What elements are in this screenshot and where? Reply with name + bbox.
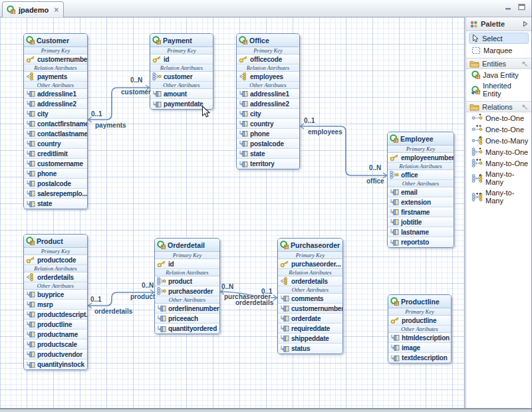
conn-label-customer[interactable]: customer (121, 88, 151, 96)
palette-item-java-entity[interactable]: Java Entity (466, 69, 531, 80)
attr-customer[interactable]: customer (150, 72, 213, 82)
attr-firstname[interactable]: firstname (388, 207, 454, 217)
attr-officecode[interactable]: officecode (237, 54, 299, 64)
attr-productdescript[interactable]: productdescript... (24, 310, 87, 320)
attr-country[interactable]: country (237, 119, 299, 129)
attr-orderdetails[interactable]: orderdetails (278, 276, 342, 286)
conn-label-0-n[interactable]: 0..N (369, 164, 381, 171)
entity-header[interactable]: Purchaseorder (278, 239, 342, 252)
tab-close-icon[interactable]: × (54, 6, 59, 14)
attr-reportsto[interactable]: reportsto (388, 237, 454, 247)
entity-office[interactable]: Office Primary KeyofficecodeRelation Att… (236, 33, 300, 169)
palette-item-one-to-one[interactable]: One-to-One (466, 124, 531, 135)
attr-customernumber[interactable]: customernumber (24, 54, 87, 64)
minimize-view-icon[interactable] (504, 3, 513, 11)
conn-label-office[interactable]: office (366, 177, 384, 185)
attr-lastname[interactable]: lastname (388, 227, 454, 237)
conn-label-orderdetails[interactable]: orderdetails (235, 299, 273, 306)
attr-city[interactable]: city (24, 109, 87, 119)
attr-shippeddate[interactable]: shippeddate (278, 334, 342, 344)
entity-purchaseorder[interactable]: Purchaseorder Primary Keypurchaseorder..… (277, 238, 343, 354)
attr-buyprice[interactable]: buyprice (24, 290, 87, 300)
attr-productvendor[interactable]: productvendor (24, 350, 87, 360)
conn-label-0-1[interactable]: 0..1 (91, 110, 102, 118)
attr-msrp[interactable]: msrp (24, 300, 87, 310)
pin-drawer-icon[interactable] (521, 104, 528, 110)
conn-label-0-n[interactable]: 0..N (142, 282, 154, 289)
conn-label-0-n[interactable]: 0..N (130, 76, 142, 84)
entity-productline[interactable]: Productline Primary KeyproductlineOther … (388, 294, 452, 363)
entity-product[interactable]: Product Primary KeyproductcodeRelation A… (23, 234, 88, 370)
palette-drawer-entities[interactable]: Entities (466, 58, 531, 69)
entity-header[interactable]: Office (237, 34, 299, 47)
attr-purchaseorder[interactable]: purchaseorder... (278, 259, 342, 269)
attr-state[interactable]: state (24, 199, 87, 209)
attr-id[interactable]: id (155, 259, 219, 269)
conn-label-payments[interactable]: payments (95, 122, 126, 129)
attr-requireddate[interactable]: requireddate (278, 324, 342, 334)
entity-payment[interactable]: Payment Primary KeyidRelation Attributes… (150, 33, 213, 110)
palette-item-inherited-entity[interactable]: Inherited Entity (466, 80, 531, 99)
palette-tool-marquee[interactable]: Marquee (469, 45, 529, 56)
attr-employees[interactable]: employees (237, 72, 299, 82)
conn-label-0-1[interactable]: 0..1 (261, 288, 273, 295)
attr-productname[interactable]: productname (24, 330, 87, 340)
attr-orderlinenumber[interactable]: orderlinenumber (155, 304, 219, 314)
attr-product[interactable]: product (155, 276, 219, 286)
attr-id[interactable]: id (150, 54, 213, 64)
entity-header[interactable]: Orderdetail (155, 239, 219, 252)
attr-orderdate[interactable]: orderdate (278, 314, 342, 324)
attr-territory[interactable]: territory (237, 159, 299, 169)
pin-drawer-icon[interactable] (521, 60, 528, 67)
attr-contactlastname[interactable]: contactlastname (24, 129, 87, 139)
palette-item-one-to-many[interactable]: One-to-Many (466, 135, 531, 146)
attr-jobtitle[interactable]: jobtitle (388, 217, 454, 227)
palette-item-many-to-many[interactable]: Many-to-Many (466, 169, 531, 187)
attr-office[interactable]: office (388, 170, 454, 180)
attr-phone[interactable]: phone (24, 169, 87, 179)
attr-customernumber[interactable]: customernumber (278, 304, 342, 314)
attr-postalcode[interactable]: postalcode (237, 139, 299, 149)
attr-customername[interactable]: customername (24, 159, 87, 169)
attr-productline[interactable]: productline (24, 320, 87, 330)
attr-contactfirstname[interactable]: contactfirstname (24, 119, 87, 129)
attr-employeenumber[interactable]: employeenumber (388, 153, 454, 163)
entity-header[interactable]: Payment (150, 34, 213, 47)
attr-status[interactable]: status (278, 344, 342, 354)
attr-extension[interactable]: extension (388, 197, 454, 207)
attr-addressline2[interactable]: addressline2 (237, 99, 299, 109)
attr-postalcode[interactable]: postalcode (24, 179, 87, 189)
entity-header[interactable]: Productline (388, 295, 451, 308)
entity-employee[interactable]: Employee Primary KeyemployeenumberRelati… (387, 132, 454, 248)
conn-label-0-1[interactable]: 0..1 (304, 117, 315, 124)
attr-city[interactable]: city (237, 109, 299, 119)
entity-header[interactable]: Employee (388, 132, 454, 146)
attr-productscale[interactable]: productscale (24, 340, 87, 350)
palette-item-one-to-one[interactable]: One-to-One (466, 112, 531, 124)
palette-item-many-to-one[interactable]: Many-to-One (466, 146, 531, 157)
attr-salesrepemplo[interactable]: salesrepemplo... (24, 189, 87, 199)
palette-item-many-to-one[interactable]: Many-to-One (466, 157, 531, 169)
attr-paymentdate[interactable]: paymentdate (150, 99, 213, 109)
attr-textdescription[interactable]: textdescription (388, 353, 451, 363)
attr-amount[interactable]: amount (150, 89, 213, 99)
attr-quantityordered[interactable]: quantityordered (155, 324, 219, 334)
palette-collapse-arrow-icon[interactable] (523, 21, 528, 27)
attr-addressline1[interactable]: addressline1 (237, 89, 299, 99)
conn-label-product[interactable]: product (130, 293, 155, 300)
palette-item-many-to-many[interactable]: Many-to-Many (466, 187, 531, 206)
maximize-view-icon[interactable] (517, 3, 526, 11)
attr-comments[interactable]: comments (278, 294, 342, 304)
entity-header[interactable]: Customer (24, 34, 87, 47)
attr-orderdetails[interactable]: orderdetails (24, 272, 87, 282)
attr-state[interactable]: state (237, 149, 299, 159)
editor-tab-jpademo[interactable]: jpademo × (2, 1, 64, 17)
attr-country[interactable]: country (24, 139, 87, 149)
palette-header[interactable]: Palette (466, 17, 531, 31)
entity-header[interactable]: Product (24, 235, 87, 248)
attr-addressline1[interactable]: addressline1 (24, 89, 87, 99)
palette-drawer-relations[interactable]: Relations (466, 101, 531, 112)
attr-creditlimit[interactable]: creditlimit (24, 149, 87, 159)
attr-quantityinstock[interactable]: quantityinstock (24, 360, 87, 369)
attr-htmldescription[interactable]: htmldescription (388, 333, 451, 343)
